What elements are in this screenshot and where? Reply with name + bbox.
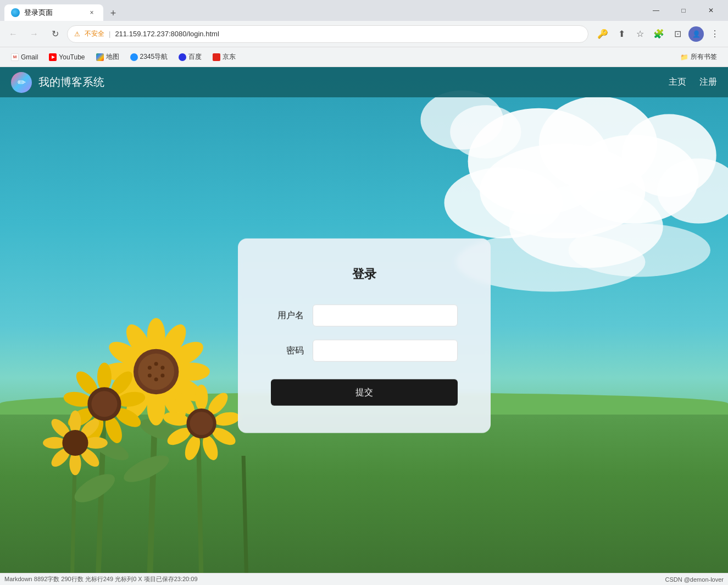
maximize-button[interactable]: □ [671, 3, 696, 18]
bookmark-maps-label: 地图 [106, 52, 119, 62]
password-input[interactable] [313, 340, 458, 362]
bookmarks-bar: M Gmail YouTube 地图 2345导航 百度 京东 📁 所 [0, 47, 728, 67]
svg-point-12 [568, 224, 710, 277]
svg-point-38 [160, 373, 164, 377]
app-title: 我的博客系统 [38, 75, 104, 90]
svg-point-36 [154, 362, 158, 366]
password-row: 密码 [271, 340, 458, 362]
register-link[interactable]: 注册 [699, 76, 717, 88]
tab-bar: 登录页面 × + [4, 0, 639, 21]
all-bookmarks-folder[interactable]: 📁 所有书签 [676, 51, 721, 63]
svg-line-17 [243, 456, 247, 586]
tab-close-button[interactable]: × [87, 8, 97, 18]
home-link[interactable]: 主页 [669, 76, 686, 88]
status-bar: Markdown 8892字数 290行数 光标行249 光标列0 X 项目已保… [0, 573, 728, 585]
svg-marker-0 [52, 56, 55, 59]
svg-point-35 [138, 353, 174, 389]
title-bar: 登录页面 × + — □ ✕ [0, 0, 728, 21]
url-text: 211.159.172.237:8080/login.html [115, 30, 581, 38]
forward-button[interactable]: → [25, 25, 43, 43]
submit-button[interactable]: 提交 [271, 379, 458, 406]
logo-icon: ✏ [18, 76, 26, 89]
profile-icon: 👤 [692, 30, 701, 38]
menu-button[interactable]: ⋮ [706, 25, 724, 43]
bookmark-2345-label: 2345导航 [140, 52, 168, 62]
active-tab[interactable]: 登录页面 × [4, 4, 103, 21]
svg-point-39 [154, 377, 158, 381]
tab-favicon [11, 8, 20, 17]
new-tab-button[interactable]: + [105, 5, 121, 21]
svg-point-61 [62, 429, 88, 455]
bookmark-youtube-label: YouTube [59, 53, 85, 61]
back-button[interactable]: ← [4, 25, 22, 43]
bookmark-maps[interactable]: 地图 [92, 51, 124, 63]
svg-point-18 [70, 468, 119, 507]
app-logo: ✏ [11, 72, 32, 93]
toolbar-actions: 🔑 ⬆ ☆ 🧩 ⊡ 👤 ⋮ [594, 25, 724, 43]
page-content: ✏ 我的博客系统 主页 注册 登录 用户名 密码 提交 [0, 67, 728, 585]
password-label: 密码 [271, 345, 304, 356]
login-card-wrapper: 登录 用户名 密码 提交 [238, 239, 491, 433]
close-button[interactable]: ✕ [698, 3, 724, 18]
svg-point-37 [160, 366, 164, 369]
folder-label: 所有书签 [691, 52, 717, 62]
svg-point-62 [195, 384, 208, 410]
username-label: 用户名 [271, 310, 304, 321]
jd-favicon [213, 53, 220, 61]
baidu-favicon [179, 53, 186, 61]
svg-point-41 [148, 366, 152, 369]
login-card: 登录 用户名 密码 提交 [238, 239, 491, 433]
gmail-favicon: M [11, 53, 19, 61]
address-bar[interactable]: ⚠ 不安全 | 211.159.172.237:8080/login.html [67, 25, 588, 43]
window-controls: — □ ✕ [643, 3, 724, 18]
app-nav: 主页 注册 [669, 76, 717, 88]
username-input[interactable] [313, 305, 458, 327]
svg-point-72 [190, 411, 213, 434]
maps-favicon [96, 53, 104, 61]
app-navbar: ✏ 我的博客系统 主页 注册 [0, 67, 728, 97]
security-icon: ⚠ [74, 30, 80, 38]
share-button[interactable]: ⬆ [613, 25, 630, 43]
profile-button[interactable]: 👤 [688, 26, 704, 42]
youtube-favicon [49, 53, 57, 61]
sidebar-toggle-button[interactable]: ⊡ [669, 25, 686, 43]
address-bar-row: ← → ↻ ⚠ 不安全 | 211.159.172.237:8080/login… [0, 21, 728, 47]
bookmark-baidu-label: 百度 [188, 52, 202, 62]
svg-point-10 [450, 105, 521, 158]
bookmark-baidu[interactable]: 百度 [174, 51, 206, 63]
browser-frame: 登录页面 × + — □ ✕ ← → ↻ ⚠ 不安全 | 211.159.172… [0, 0, 728, 585]
status-bar-right: CSDN @demon-lover [665, 576, 724, 583]
reload-button[interactable]: ↻ [46, 25, 64, 43]
extensions-button[interactable]: 🧩 [650, 25, 668, 43]
svg-point-64 [213, 410, 241, 427]
bookmark-jd-label: 京东 [223, 52, 236, 62]
svg-point-42 [97, 362, 112, 391]
status-bar-left: Markdown 8892字数 290行数 光标行249 光标列0 X 项目已保… [4, 575, 198, 583]
address-separator: | [109, 30, 110, 38]
security-label: 不安全 [85, 29, 104, 38]
svg-point-40 [148, 373, 152, 377]
bookmark-2345[interactable]: 2345导航 [126, 51, 173, 63]
folder-icon: 📁 [680, 53, 688, 61]
login-title: 登录 [271, 266, 458, 283]
bookmark-gmail-label: Gmail [21, 53, 38, 61]
bookmark-jd[interactable]: 京东 [208, 51, 240, 63]
bookmark-star-button[interactable]: ☆ [631, 25, 649, 43]
bookmark-gmail[interactable]: M Gmail [7, 52, 42, 63]
username-row: 用户名 [271, 305, 458, 327]
tab-title: 登录页面 [24, 8, 53, 18]
2345-favicon [130, 53, 138, 61]
svg-point-52 [91, 391, 117, 417]
key-button[interactable]: 🔑 [594, 25, 612, 43]
minimize-button[interactable]: — [643, 3, 669, 18]
bookmark-youtube[interactable]: YouTube [45, 52, 89, 63]
